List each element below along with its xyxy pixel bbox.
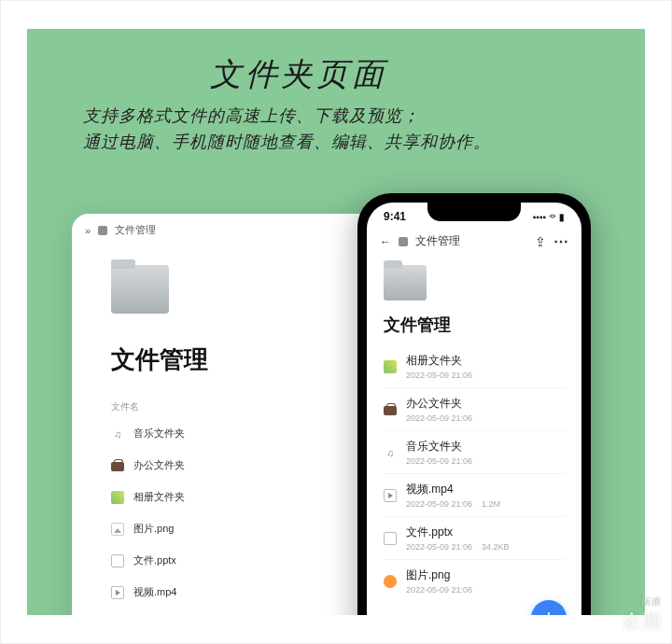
file-name: 相册文件夹 xyxy=(406,353,472,369)
list-item[interactable]: 相册文件夹2022-05-09 21:06 xyxy=(384,345,565,387)
folder-large-icon xyxy=(111,265,169,314)
file-size: 34.2KB xyxy=(482,542,510,552)
table-row[interactable]: ♫音乐文件夹 xyxy=(111,417,369,449)
share-icon[interactable]: ⇪ xyxy=(535,234,546,249)
folder-medium-icon xyxy=(384,265,427,301)
page-subheading: 支持多格式文件的高速上传、下载及预览； 通过电脑、手机随时随地查看、编辑、共享和… xyxy=(83,104,491,156)
list-item[interactable]: 文件.pptx2022-05-09 21:0634.2KB xyxy=(384,516,565,559)
file-meta: 2022-05-09 21:06 xyxy=(406,585,472,595)
briefcase-icon xyxy=(111,462,124,471)
table-row[interactable]: 相册文件夹 xyxy=(111,481,369,512)
nav-breadcrumb[interactable]: 文件管理 xyxy=(415,233,460,249)
file-name: 音乐文件夹 xyxy=(133,427,185,441)
file-meta: 2022-05-09 21:061.2M xyxy=(406,499,500,509)
table-row[interactable]: 视频.mp4 xyxy=(111,576,369,608)
file-meta: 2022-05-09 21:06 xyxy=(406,371,472,380)
video-icon xyxy=(111,586,124,599)
file-name: 视频.mp4 xyxy=(406,482,500,497)
list-item[interactable]: 图片.png2022-05-09 21:06 xyxy=(384,559,565,602)
file-name: 文件.pptx xyxy=(406,525,510,540)
file-name: 办公文件夹 xyxy=(406,396,472,412)
briefcase-icon xyxy=(384,406,397,415)
file-meta: 2022-05-09 21:0634.2KB xyxy=(406,542,510,552)
phone-screen: 9:41 ▪▪▪▪ ⌔ ▮ ← 文件管理 ⇪ ⋯ xyxy=(367,203,581,615)
more-icon[interactable]: ⋯ xyxy=(553,232,568,250)
desktop-mock: » 文件管理 文件管理 文件名 ♫音乐文件夹办公文件夹相册文件夹图片.png文件… xyxy=(72,214,400,615)
picture-icon xyxy=(384,575,397,588)
subheading-line-1: 支持多格式文件的高速上传、下载及预览； xyxy=(83,104,491,130)
document-icon xyxy=(111,554,124,567)
column-header-name: 文件名 xyxy=(111,400,369,413)
watermark-main: 众测 xyxy=(623,610,662,631)
file-name: 相册文件夹 xyxy=(133,490,185,504)
file-date: 2022-05-09 21:06 xyxy=(406,499,472,509)
music-icon: ♫ xyxy=(384,446,397,459)
phone-title: 文件管理 xyxy=(384,314,565,336)
folder-small-icon xyxy=(399,237,408,246)
video-icon xyxy=(384,489,397,502)
file-date: 2022-05-09 21:06 xyxy=(406,585,472,595)
file-name: 文件.pptx xyxy=(133,553,176,567)
subheading-line-2: 通过电脑、手机随时随地查看、编辑、共享和协作。 xyxy=(83,130,491,156)
watermark-small: 新浪 xyxy=(623,595,662,609)
file-date: 2022-05-09 21:06 xyxy=(406,542,472,552)
music-icon: ♫ xyxy=(111,427,124,441)
document-icon xyxy=(384,532,397,545)
file-date: 2022-05-09 21:06 xyxy=(406,371,472,380)
battery-icon: ▮ xyxy=(559,212,565,222)
chevron-icon: » xyxy=(85,225,91,236)
table-row[interactable]: 图片.png xyxy=(111,512,369,544)
album-icon xyxy=(384,360,397,373)
album-icon xyxy=(111,491,124,504)
list-item[interactable]: ♫音乐文件夹2022-05-09 21:06 xyxy=(384,430,565,473)
wifi-icon: ⌔ xyxy=(550,212,555,222)
watermark: 新浪 众测 xyxy=(623,595,662,634)
page-heading: 文件夹页面 xyxy=(210,53,387,96)
file-name: 图片.png xyxy=(133,522,174,536)
signal-icon: ▪▪▪▪ xyxy=(533,212,546,222)
phone-frame: 9:41 ▪▪▪▪ ⌔ ▮ ← 文件管理 ⇪ ⋯ xyxy=(357,193,591,615)
file-meta: 2022-05-09 21:06 xyxy=(406,413,472,423)
file-size: 1.2M xyxy=(482,499,500,509)
promo-card: » 文件管理 文件管理 文件名 ♫音乐文件夹办公文件夹相册文件夹图片.png文件… xyxy=(0,0,672,644)
file-name: 办公文件夹 xyxy=(133,458,185,472)
list-item[interactable]: 办公文件夹2022-05-09 21:06 xyxy=(384,387,565,430)
status-time: 9:41 xyxy=(384,210,406,223)
desktop-breadcrumb[interactable]: » 文件管理 xyxy=(72,214,400,246)
table-row[interactable]: 办公文件夹 xyxy=(111,449,369,481)
table-row[interactable]: 文件.pptx xyxy=(111,544,369,576)
desktop-title: 文件管理 xyxy=(111,343,369,376)
file-date: 2022-05-09 21:06 xyxy=(406,456,472,466)
breadcrumb-label: 文件管理 xyxy=(115,223,156,237)
back-button[interactable]: ← xyxy=(380,235,391,248)
image-icon xyxy=(111,523,124,536)
list-item[interactable]: 视频.mp42022-05-09 21:061.2M xyxy=(384,473,565,516)
file-name: 音乐文件夹 xyxy=(406,439,472,455)
file-name: 视频.mp4 xyxy=(133,585,176,599)
file-name: 图片.png xyxy=(406,567,472,583)
file-meta: 2022-05-09 21:06 xyxy=(406,456,472,466)
file-date: 2022-05-09 21:06 xyxy=(406,413,472,423)
folder-small-icon xyxy=(98,226,107,235)
phone-notch xyxy=(427,203,521,221)
